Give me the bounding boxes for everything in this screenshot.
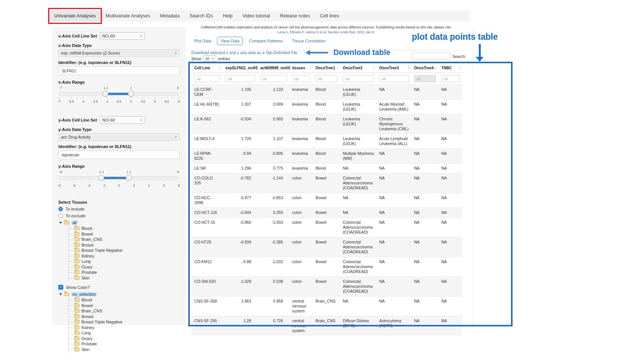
sort-icon[interactable]: ▲▼ xyxy=(408,66,410,70)
sort-icon[interactable]: ▲▼ xyxy=(254,66,256,70)
y-cell-line-set-select[interactable]: NCI-60 ∨ xyxy=(100,116,145,124)
y-axis-range-slider[interactable]: -88-2.41.3-8-6-4-202468 xyxy=(59,170,179,189)
tree-item-kidney[interactable]: Kidney xyxy=(69,253,180,259)
filter-input-oncotree2[interactable] xyxy=(343,75,374,82)
nav-tab-help[interactable]: Help xyxy=(218,10,238,22)
nav-tab-univariate-analyses[interactable]: Univariate Analyses xyxy=(49,10,101,22)
col-header-oncotree3[interactable]: OncoTree3▲▼ xyxy=(376,63,411,73)
tab-plot-data[interactable]: Plot Data xyxy=(191,37,214,45)
slider-handle-high[interactable] xyxy=(128,90,134,97)
col-header-expslfn11-nci60[interactable]: expSLFN11_nci60▲▼ xyxy=(222,63,257,73)
slider-track[interactable] xyxy=(59,176,179,179)
radio-icon[interactable] xyxy=(58,207,63,211)
radio-icon[interactable] xyxy=(58,214,63,218)
sort-icon[interactable]: ▲▼ xyxy=(286,66,288,70)
x-data-type-select[interactable]: exp: mRNA Expression (Z-Score) ∨ xyxy=(58,49,180,57)
entries-count-select[interactable]: 60 ∨ xyxy=(203,55,216,62)
tree-item-breast[interactable]: Breast xyxy=(69,242,180,248)
tab-view-data[interactable]: View Data xyxy=(217,37,243,45)
sort-icon[interactable]: ▲▼ xyxy=(459,66,461,70)
filter-cell xyxy=(340,73,376,85)
tree-item-prostate[interactable]: Prostate xyxy=(69,270,180,275)
sort-icon[interactable]: ▲▼ xyxy=(219,66,221,70)
slider-handle-high[interactable] xyxy=(126,175,132,181)
nav-tab-multivariate-analyses[interactable]: Multivariate Analyses xyxy=(101,10,155,22)
y-data-type-select[interactable]: act: Drug Activity ∨ xyxy=(58,133,180,141)
tree-expand-icon[interactable] xyxy=(59,222,62,224)
filter-input-act609699-nci60[interactable] xyxy=(260,75,287,82)
cell-oncotree1: Blood xyxy=(313,164,340,173)
tree-item-bowel[interactable]: Bowel xyxy=(69,303,180,309)
tree-item-blood[interactable]: Blood xyxy=(69,226,180,231)
tree-root-all[interactable]: all xyxy=(59,220,180,225)
tree-item-breast[interactable]: Breast xyxy=(69,314,180,320)
filter-input-cell-line[interactable] xyxy=(194,75,220,82)
sort-icon[interactable]: ▲▼ xyxy=(309,66,311,70)
tree-item-brain-cns[interactable]: Brain_CNS xyxy=(69,237,180,242)
sort-icon[interactable]: ▲▼ xyxy=(373,66,375,70)
filter-input-oncotree4[interactable] xyxy=(414,75,436,82)
download-tab-delimited-link[interactable]: Download selected x and y axis data as a… xyxy=(191,50,297,55)
y-identifier-input[interactable] xyxy=(58,150,180,159)
tree-item-lung[interactable]: Lung xyxy=(69,330,180,336)
tree-item-brain-cns[interactable]: Brain_CNS xyxy=(69,308,180,314)
col-header-tissues[interactable]: tissues▲▼ xyxy=(289,63,313,73)
cell-expslfn11-nci60: -0.934 xyxy=(222,114,257,134)
tree-item-kidney[interactable]: Kidney xyxy=(69,325,180,331)
tree-root-no-selection[interactable]: no_selection xyxy=(59,292,180,296)
tab-tissue-correlation[interactable]: Tissue Correlation xyxy=(289,37,328,45)
slider-high-value: 1.3 xyxy=(126,170,132,174)
x-data-type-label: x-Axis Data Type xyxy=(58,43,180,48)
col-header-act609699-nci60[interactable]: act609699_nci60▲▼ xyxy=(257,63,289,73)
tree-item-skin[interactable]: Skin xyxy=(69,275,180,281)
filter-input-expslfn11-nci60[interactable] xyxy=(225,75,255,82)
sort-icon[interactable]: ▲▼ xyxy=(435,66,437,70)
x-axis-range-slider[interactable]: -78-1.22-7-5.5-4-2.5-10.523.556.58 xyxy=(59,86,179,105)
tree-item-breast-triple-negative[interactable]: Breast Triple Negative xyxy=(69,319,180,325)
tree-item-breast-triple-negative[interactable]: Breast Triple Negative xyxy=(69,248,180,253)
cell-tissues: leukemia xyxy=(289,134,313,149)
nav-tab-search-ids[interactable]: Search IDs xyxy=(184,10,218,22)
tab-compare-patterns[interactable]: Compare Patterns xyxy=(246,37,286,45)
radio-option-to-exclude[interactable]: To exclude xyxy=(58,214,180,218)
x-cell-line-set-select[interactable]: NCI-60 ∨ xyxy=(100,32,145,40)
filter-input-tissues[interactable] xyxy=(292,75,310,82)
nav-tab-release-notes[interactable]: Release notes xyxy=(275,10,315,22)
tree-expand-icon[interactable] xyxy=(59,293,62,295)
filter-input-oncotree1[interactable] xyxy=(316,75,338,82)
col-header-label: TNBC xyxy=(441,66,452,70)
tree-item-bowel[interactable]: Bowel xyxy=(69,231,180,237)
show-color-checkbox[interactable]: ✓ xyxy=(58,285,63,290)
tree-item-prostate[interactable]: Prostate xyxy=(69,341,180,347)
nav-tab-video-tutorial[interactable]: Video tutorial xyxy=(238,10,275,22)
slider-handle-low[interactable] xyxy=(98,175,104,181)
tree-item-label: Ovary xyxy=(81,264,92,270)
annotation-arrow-left-icon xyxy=(306,50,310,55)
sort-icon[interactable]: ▲▼ xyxy=(336,66,339,70)
table-row: LE:RPMI-8226-0.94-0.806leukemiaBloodMult… xyxy=(191,149,462,164)
slider-track[interactable] xyxy=(59,92,179,95)
nav-tab-cell-lines[interactable]: Cell lines xyxy=(315,10,344,22)
cell-cell-line: LE:CCRF-CEM xyxy=(191,85,222,100)
tree-item-lung[interactable]: Lung xyxy=(69,259,180,264)
tree-item-blood[interactable]: Blood xyxy=(69,297,180,303)
cell-act609699-nci60: -1.003 xyxy=(257,218,289,237)
filter-input-oncotree3[interactable] xyxy=(379,75,409,82)
col-header-oncotree1[interactable]: OncoTree1▲▼ xyxy=(313,63,340,73)
search-input[interactable] xyxy=(412,53,450,60)
col-header-oncotree2[interactable]: OncoTree2▲▼ xyxy=(340,63,376,73)
col-header-tnbc[interactable]: TNBC▲▼ xyxy=(438,63,462,73)
tree-item-label: Breast Triple Negative xyxy=(81,319,122,325)
tree-item-skin[interactable]: Skin xyxy=(69,347,180,353)
x-identifier-input[interactable] xyxy=(58,66,180,75)
col-header-oncotree4[interactable]: OncoTree4▲▼ xyxy=(411,63,438,73)
nav-tab-metadata[interactable]: Metadata xyxy=(155,10,184,22)
radio-option-to-include[interactable]: To include xyxy=(58,207,180,211)
slider-handle-low[interactable] xyxy=(102,90,108,97)
col-header-cell-line[interactable]: Cell Line▲▼ xyxy=(191,63,222,73)
cell-oncotree3: NA xyxy=(376,277,411,296)
tree-item-ovary[interactable]: Ovary xyxy=(69,336,180,342)
filter-input-tnbc[interactable] xyxy=(441,75,460,82)
tree-item-ovary[interactable]: Ovary xyxy=(69,264,180,270)
slider-tick-label: -5.5 xyxy=(68,100,74,103)
